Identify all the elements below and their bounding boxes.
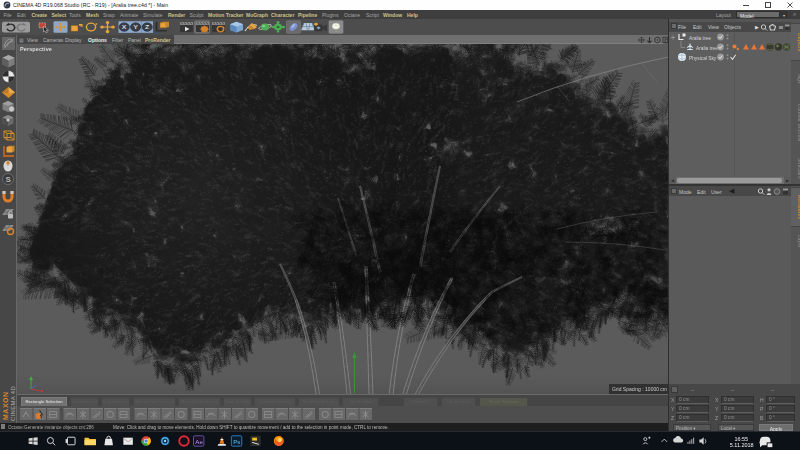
- svg-text:X: X: [122, 24, 127, 30]
- svg-text:Aralia tree: Aralia tree: [689, 36, 711, 41]
- svg-text:Ae: Ae: [195, 438, 203, 445]
- svg-text:S: S: [5, 175, 11, 184]
- svg-text:16:55: 16:55: [734, 436, 748, 442]
- svg-text:Aralia tree: Aralia tree: [696, 46, 718, 51]
- svg-text:Physical Sky: Physical Sky: [689, 56, 717, 61]
- svg-text:Z: Z: [145, 24, 149, 30]
- svg-text:MAXON: MAXON: [2, 391, 9, 420]
- svg-text:Y: Y: [133, 24, 138, 30]
- svg-text:Ps: Ps: [233, 438, 240, 445]
- svg-text:CINEMA 4D: CINEMA 4D: [10, 386, 16, 421]
- svg-text:5.11.2018: 5.11.2018: [730, 442, 754, 448]
